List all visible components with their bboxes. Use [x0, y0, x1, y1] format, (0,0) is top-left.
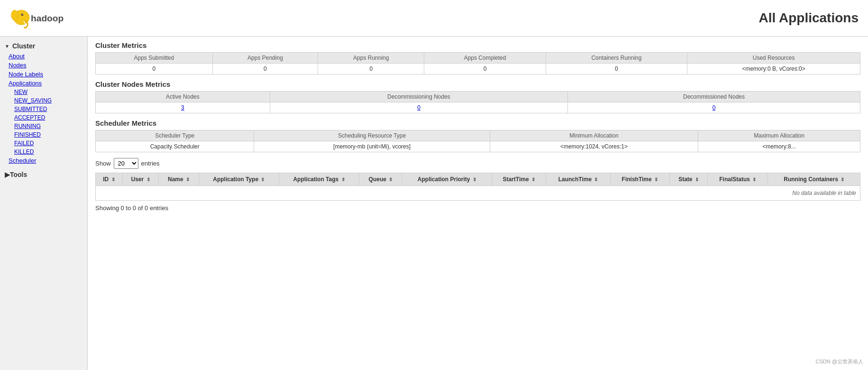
- scheduler-metrics-col: Scheduling Resource Type: [254, 130, 490, 141]
- scheduler-metrics-header-row: Scheduler TypeScheduling Resource TypeMi…: [96, 130, 860, 141]
- nodes-metrics-values-row: 300: [96, 102, 860, 113]
- tools-arrow-icon: ▶: [5, 171, 10, 178]
- scheduler-metrics-value: <memory:8...: [698, 141, 860, 152]
- cluster-metrics-value: <memory:0 B, vCores:0>: [687, 64, 860, 74]
- sidebar-sub-item-submitted[interactable]: SUBMITTED: [0, 105, 87, 113]
- cluster-metrics-value: 0: [546, 64, 687, 74]
- show-entries-control: Show 102050100 entries: [95, 158, 860, 169]
- sidebar-sub-item-accepted[interactable]: ACCEPTED: [0, 113, 87, 122]
- showing-text: Showing 0 to 0 of 0 entries: [95, 204, 860, 212]
- cluster-metrics-value: 0: [96, 64, 213, 74]
- sidebar-sub-item-running[interactable]: RUNNING: [0, 122, 87, 130]
- apps-col-finishtime[interactable]: FinishTime ⇕: [610, 173, 669, 186]
- apps-col-finalstatus[interactable]: FinalStatus ⇕: [708, 173, 768, 186]
- apps-col-id[interactable]: ID ⇕: [96, 173, 123, 186]
- page-title: All Applications: [758, 10, 859, 26]
- cluster-metrics-value: 0: [212, 64, 318, 74]
- nodes-metrics-header-row: Active NodesDecommissioning NodesDecommi…: [96, 92, 860, 102]
- sidebar-sub-item-killed[interactable]: KILLED: [0, 148, 87, 156]
- main-layout: ▼ Cluster About Nodes Node Labels Applic…: [0, 37, 868, 370]
- sidebar-sub-items: NEWNEW_SAVINGSUBMITTEDACCEPTEDRUNNINGFIN…: [0, 88, 87, 156]
- sidebar-item-nodes[interactable]: Nodes: [0, 61, 87, 70]
- sort-arrow-icon: ⇕: [186, 177, 190, 182]
- cluster-section: ▼ Cluster About Nodes Node Labels Applic…: [0, 40, 87, 165]
- sidebar-sub-item-finished[interactable]: FINISHED: [0, 130, 87, 139]
- apps-table-container: ID ⇕User ⇕Name ⇕Application Type ⇕Applic…: [95, 173, 860, 201]
- cluster-metrics-values-row: 00000<memory:0 B, vCores:0>: [96, 64, 860, 74]
- apps-col-name[interactable]: Name ⇕: [159, 173, 199, 186]
- nodes-metrics-value: 0: [270, 102, 567, 113]
- apps-col-application-tags[interactable]: Application Tags ⇕: [279, 173, 359, 186]
- scheduler-metrics-table: Scheduler TypeScheduling Resource TypeMi…: [95, 130, 860, 152]
- tools-label: Tools: [10, 171, 27, 178]
- sidebar-sub-item-new[interactable]: NEW: [0, 88, 87, 96]
- tools-header[interactable]: ▶ Tools: [0, 169, 87, 180]
- no-data-row: No data available in table: [96, 186, 860, 201]
- apps-col-running-containers[interactable]: Running Containers ⇕: [768, 173, 860, 186]
- cluster-header[interactable]: ▼ Cluster: [0, 40, 87, 52]
- cluster-metrics-value: 0: [318, 64, 424, 74]
- sidebar: ▼ Cluster About Nodes Node Labels Applic…: [0, 37, 88, 370]
- logo-area: hadoop: [9, 4, 66, 32]
- scheduler-metrics-value: <memory:1024, vCores:1>: [490, 141, 698, 152]
- sort-arrow-icon: ⇕: [841, 177, 844, 182]
- show-label: Show: [95, 160, 111, 167]
- apps-col-state[interactable]: State ⇕: [670, 173, 708, 186]
- scheduler-metrics-col: Minimum Allocation: [490, 130, 698, 141]
- scheduler-metrics-values-row: Capacity Scheduler[memory-mb (unit=Mi), …: [96, 141, 860, 152]
- apps-col-queue[interactable]: Queue ⇕: [359, 173, 402, 186]
- sidebar-item-applications[interactable]: Applications: [0, 79, 87, 88]
- nodes-metrics-value: 3: [96, 102, 270, 113]
- sidebar-item-about[interactable]: About: [0, 52, 87, 61]
- cluster-label: Cluster: [12, 42, 35, 50]
- cluster-metrics-col: Apps Completed: [424, 53, 546, 64]
- svg-text:hadoop: hadoop: [31, 13, 64, 23]
- sidebar-item-node-labels[interactable]: Node Labels: [0, 70, 87, 79]
- sort-arrow-icon: ⇕: [594, 177, 598, 182]
- entries-select[interactable]: 102050100: [114, 158, 138, 169]
- apps-col-launchtime[interactable]: LaunchTime ⇕: [546, 173, 610, 186]
- cluster-metrics-col: Apps Submitted: [96, 53, 213, 64]
- sort-arrow-icon: ⇕: [146, 177, 150, 182]
- nodes-metrics-col: Decommissioning Nodes: [270, 92, 567, 102]
- cluster-metrics-col: Used Resources: [687, 53, 860, 64]
- svg-point-1: [11, 10, 18, 20]
- sort-arrow-icon: ⇕: [752, 177, 756, 182]
- entries-label: entries: [141, 160, 160, 167]
- sort-arrow-icon: ⇕: [654, 177, 658, 182]
- sort-arrow-icon: ⇕: [389, 177, 393, 182]
- cluster-metrics-value: 0: [424, 64, 546, 74]
- nodes-metrics-col: Decommissioned Nodes: [568, 92, 860, 102]
- sort-arrow-icon: ⇕: [473, 177, 476, 182]
- sort-arrow-icon: ⇕: [341, 177, 345, 182]
- sort-arrow-icon: ⇕: [261, 177, 265, 182]
- sort-arrow-icon: ⇕: [695, 177, 699, 182]
- watermark: CSDN @尘世弄俗人: [816, 358, 863, 365]
- apps-col-application-priority[interactable]: Application Priority ⇕: [402, 173, 492, 186]
- sort-arrow-icon: ⇕: [531, 177, 535, 182]
- apps-col-starttime[interactable]: StartTime ⇕: [492, 173, 546, 186]
- apps-table-header-row: ID ⇕User ⇕Name ⇕Application Type ⇕Applic…: [96, 173, 860, 186]
- no-data-cell: No data available in table: [96, 186, 860, 201]
- cluster-metrics-header-row: Apps SubmittedApps PendingApps RunningAp…: [96, 53, 860, 64]
- cluster-metrics-col: Apps Running: [318, 53, 424, 64]
- applications-table: ID ⇕User ⇕Name ⇕Application Type ⇕Applic…: [95, 173, 860, 201]
- sidebar-sub-item-failed[interactable]: FAILED: [0, 139, 87, 148]
- apps-col-application-type[interactable]: Application Type ⇕: [199, 173, 279, 186]
- apps-col-user[interactable]: User ⇕: [122, 173, 158, 186]
- sidebar-item-scheduler[interactable]: Scheduler: [0, 156, 87, 165]
- cluster-metrics-title: Cluster Metrics: [95, 41, 860, 49]
- cluster-metrics-table: Apps SubmittedApps PendingApps RunningAp…: [95, 52, 860, 74]
- nodes-metrics-value: 0: [568, 102, 860, 113]
- cluster-arrow-icon: ▼: [5, 44, 9, 49]
- hadoop-logo: hadoop: [9, 4, 66, 32]
- header: hadoop All Applications: [0, 0, 868, 37]
- sidebar-sub-item-new_saving[interactable]: NEW_SAVING: [0, 96, 87, 105]
- cluster-metrics-col: Apps Pending: [212, 53, 318, 64]
- scheduler-metrics-value: [memory-mb (unit=Mi), vcores]: [254, 141, 490, 152]
- sort-arrow-icon: ⇕: [111, 177, 115, 182]
- scheduler-metrics-col: Scheduler Type: [96, 130, 254, 141]
- svg-point-3: [22, 14, 23, 15]
- nodes-metrics-col: Active Nodes: [96, 92, 270, 102]
- scheduler-metrics-title: Scheduler Metrics: [95, 119, 860, 127]
